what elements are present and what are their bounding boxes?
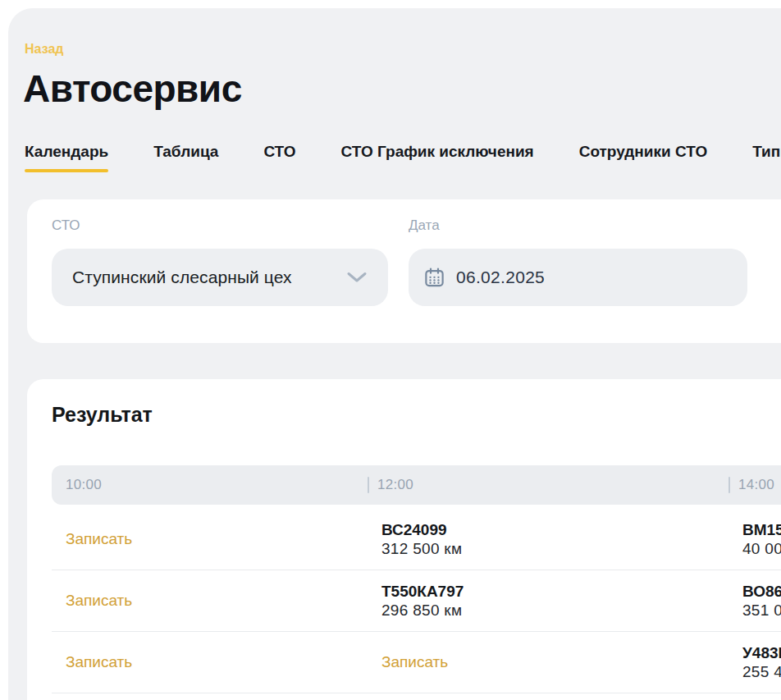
chevron-down-icon [346,272,368,283]
sto-select[interactable]: Ступинский слесарный цех [52,249,388,306]
table-row: Записать Т550КА797 296 850 км ВО86 351 0… [52,570,781,632]
tab-sto[interactable]: СТО [263,142,295,162]
book-link[interactable]: Записать [66,653,132,671]
vehicle-plate: Т550КА797 [381,582,464,601]
time-separator [368,477,369,493]
book-link[interactable]: Записать [66,530,132,548]
sto-field-label: СТО [52,217,388,234]
tab-sto-employees[interactable]: Сотрудники СТО [579,142,707,162]
tab-calendar-label: Календарь [25,143,108,160]
vehicle-plate: ВС24099 [381,520,462,539]
results-card: Результат 10:00 12:00 14:00 Записать ВС2… [27,379,781,700]
time-slot-10: 10:00 [66,465,102,505]
table-row: Записать Записать У483К 255 4 [52,632,781,693]
tab-work-types-label: Типы р [752,143,781,160]
schedule-table: Записать ВС24099 312 500 км ВМ158 40 00 … [52,509,781,693]
date-field-label: Дата [409,217,747,234]
booking-entry: ВО86 351 00 [742,582,781,620]
calendar-icon [423,267,445,289]
vehicle-plate: У483К [742,643,781,662]
vehicle-mileage: 255 4 [742,662,781,681]
time-separator [728,477,730,493]
filter-card: СТО Ступинский слесарный цех Дата [27,199,781,343]
vehicle-mileage: 296 850 км [381,601,464,620]
book-link[interactable]: Записать [381,653,448,671]
back-link[interactable]: Назад [25,41,63,57]
vehicle-mileage: 40 00 [742,539,781,558]
active-tab-underline [25,169,108,172]
time-header: 10:00 12:00 14:00 [52,465,781,505]
booking-entry: У483К 255 4 [742,643,781,681]
tab-table-label: Таблица [153,143,218,160]
tab-sto-label: СТО [263,143,295,160]
vehicle-mileage: 351 00 [742,601,781,620]
booking-entry: Т550КА797 296 850 км [381,582,464,620]
content-surface: Назад Автосервис Календарь Таблица СТО С… [8,8,781,700]
page-title: Автосервис [23,67,242,110]
tab-sto-employees-label: Сотрудники СТО [579,143,707,160]
book-link[interactable]: Записать [66,592,132,610]
sto-select-value: Ступинский слесарный цех [72,268,292,287]
vehicle-plate: ВМ158 [742,520,781,539]
tab-bar: Календарь Таблица СТО СТО График исключе… [25,142,781,172]
time-slot-14: 14:00 [728,465,774,505]
date-value: 06.02.2025 [456,268,545,287]
vehicle-mileage: 312 500 км [381,539,462,558]
booking-entry: ВС24099 312 500 км [381,520,462,558]
results-title: Результат [52,402,153,427]
date-input[interactable]: 06.02.2025 [409,249,747,306]
booking-entry: ВМ158 40 00 [742,520,781,558]
table-row: Записать ВС24099 312 500 км ВМ158 40 00 [52,509,781,570]
tab-table[interactable]: Таблица [153,142,218,162]
tab-calendar[interactable]: Календарь [25,142,108,172]
tab-work-types[interactable]: Типы р [752,142,781,162]
tab-sto-schedule-exceptions[interactable]: СТО График исключения [341,142,534,162]
time-slot-12: 12:00 [368,465,413,505]
tab-sto-schedule-exceptions-label: СТО График исключения [341,143,534,160]
date-field: Дата 06.02.2025 [409,217,747,306]
vehicle-plate: ВО86 [742,582,781,601]
sto-field: СТО Ступинский слесарный цех [52,217,388,306]
